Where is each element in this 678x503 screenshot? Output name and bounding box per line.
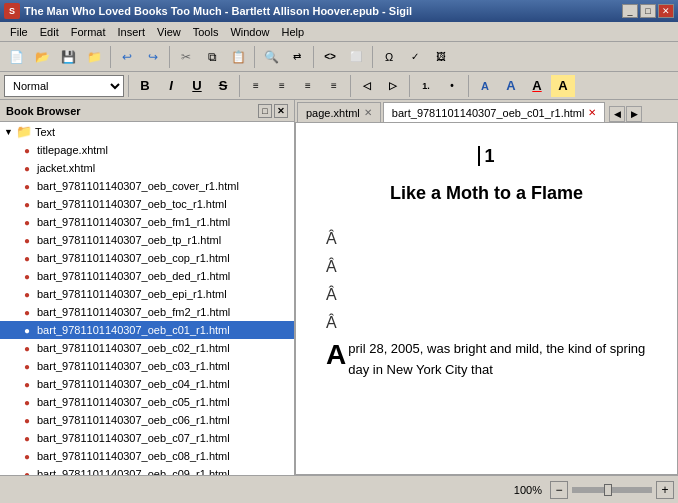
list-item[interactable]: ● bart_9781101140307_oeb_ded_r1.html: [0, 267, 294, 285]
menu-help[interactable]: Help: [276, 24, 311, 40]
list-item[interactable]: ● bart_9781101140307_oeb_c02_r1.html: [0, 339, 294, 357]
special-char-4: Â: [326, 311, 647, 335]
file-icon: ●: [20, 251, 34, 265]
zoom-in-button[interactable]: +: [656, 481, 674, 499]
file-name: bart_9781101140307_oeb_toc_r1.html: [37, 198, 227, 210]
list-item[interactable]: ● titlepage.xhtml: [0, 141, 294, 159]
find-replace-button[interactable]: ⇄: [285, 45, 309, 69]
tab-prev-button[interactable]: ◀: [609, 106, 625, 122]
list-item[interactable]: ● bart_9781101140307_oeb_tp_r1.html: [0, 231, 294, 249]
italic-button[interactable]: I: [159, 75, 183, 97]
file-name: bart_9781101140307_oeb_c01_r1.html: [37, 324, 230, 336]
list-item[interactable]: ● bart_9781101140307_oeb_fm2_r1.html: [0, 303, 294, 321]
list-item[interactable]: ● bart_9781101140307_oeb_toc_r1.html: [0, 195, 294, 213]
list-item[interactable]: ● jacket.xhtml: [0, 159, 294, 177]
tab-c01[interactable]: bart_9781101140307_oeb_c01_r1.html ✕: [383, 102, 606, 122]
increase-indent-button[interactable]: ▷: [381, 75, 405, 97]
toolbar2-separator-5: [468, 75, 469, 97]
tab-close-icon[interactable]: ✕: [588, 107, 596, 118]
menu-file[interactable]: File: [4, 24, 34, 40]
menu-insert[interactable]: Insert: [112, 24, 152, 40]
menu-format[interactable]: Format: [65, 24, 112, 40]
file-icon: ●: [20, 143, 34, 157]
menu-edit[interactable]: Edit: [34, 24, 65, 40]
tab-next-button[interactable]: ▶: [626, 106, 642, 122]
tree-root-folder[interactable]: ▼ 📁 Text: [0, 122, 294, 141]
list-item[interactable]: ● bart_9781101140307_oeb_c07_r1.html: [0, 429, 294, 447]
menu-tools[interactable]: Tools: [187, 24, 225, 40]
find-button[interactable]: 🔍: [259, 45, 283, 69]
align-right-button[interactable]: ≡: [296, 75, 320, 97]
underline-button[interactable]: U: [185, 75, 209, 97]
menu-view[interactable]: View: [151, 24, 187, 40]
file-icon: ●: [20, 449, 34, 463]
list-item[interactable]: ● bart_9781101140307_oeb_c03_r1.html: [0, 357, 294, 375]
align-center-button[interactable]: ≡: [270, 75, 294, 97]
editor-panel: page.xhtml ✕ bart_9781101140307_oeb_c01_…: [295, 100, 678, 475]
file-icon: ●: [20, 323, 34, 337]
file-icon: ●: [20, 431, 34, 445]
list-item[interactable]: ● bart_9781101140307_oeb_c01_r1.html: [0, 321, 294, 339]
list-item[interactable]: ● bart_9781101140307_oeb_fm1_r1.html: [0, 213, 294, 231]
align-justify-button[interactable]: ≡: [322, 75, 346, 97]
copy-button[interactable]: ⧉: [200, 45, 224, 69]
file-name: bart_9781101140307_oeb_fm1_r1.html: [37, 216, 230, 228]
bold-button[interactable]: B: [133, 75, 157, 97]
toolbar-format: Normal Heading 1 Heading 2 Heading 3 B I…: [0, 72, 678, 100]
file-name: bart_9781101140307_oeb_c03_r1.html: [37, 360, 230, 372]
strikethrough-button[interactable]: S: [211, 75, 235, 97]
status-bar: 100% − +: [0, 475, 678, 503]
zoom-thumb[interactable]: [604, 484, 612, 496]
minimize-button[interactable]: _: [622, 4, 638, 18]
redo-button[interactable]: ↪: [141, 45, 165, 69]
file-name: bart_9781101140307_oeb_c08_r1.html: [37, 450, 230, 462]
file-icon: ●: [20, 287, 34, 301]
decrease-font-button[interactable]: A: [473, 75, 497, 97]
list-item[interactable]: ● bart_9781101140307_oeb_c06_r1.html: [0, 411, 294, 429]
unordered-list-button[interactable]: •: [440, 75, 464, 97]
font-color-button[interactable]: A: [525, 75, 549, 97]
maximize-button[interactable]: □: [640, 4, 656, 18]
special-chars-button[interactable]: Ω: [377, 45, 401, 69]
spell-check-button[interactable]: ✓: [403, 45, 427, 69]
list-item[interactable]: ● bart_9781101140307_oeb_cop_r1.html: [0, 249, 294, 267]
decrease-indent-button[interactable]: ◁: [355, 75, 379, 97]
book-browser-panel: Book Browser □ ✕ ▼ 📁 Text ● titlepage.xh…: [0, 100, 295, 475]
ordered-list-button[interactable]: 1.: [414, 75, 438, 97]
browser-close-button[interactable]: ✕: [274, 104, 288, 118]
list-item[interactable]: ● bart_9781101140307_oeb_c05_r1.html: [0, 393, 294, 411]
save-all-button[interactable]: 📁: [82, 45, 106, 69]
highlight-button[interactable]: A: [551, 75, 575, 97]
close-button[interactable]: ✕: [658, 4, 674, 18]
font-size-button[interactable]: A: [499, 75, 523, 97]
image-button[interactable]: 🖼: [429, 45, 453, 69]
editor-content[interactable]: 1 Like a Moth to a Flame Â Â Â Â April 2…: [295, 122, 678, 475]
tree-root-label: Text: [35, 126, 55, 138]
menu-window[interactable]: Window: [224, 24, 275, 40]
cut-button[interactable]: ✂: [174, 45, 198, 69]
zoom-slider[interactable]: [572, 487, 652, 493]
undo-button[interactable]: ↩: [115, 45, 139, 69]
file-name: bart_9781101140307_oeb_c07_r1.html: [37, 432, 230, 444]
list-item[interactable]: ● bart_9781101140307_oeb_epi_r1.html: [0, 285, 294, 303]
list-item[interactable]: ● bart_9781101140307_oeb_c08_r1.html: [0, 447, 294, 465]
tab-close-icon[interactable]: ✕: [364, 107, 372, 118]
align-left-button[interactable]: ≡: [244, 75, 268, 97]
toolbar2-separator-2: [239, 75, 240, 97]
browser-restore-button[interactable]: □: [258, 104, 272, 118]
paste-button[interactable]: 📋: [226, 45, 250, 69]
save-button[interactable]: 💾: [56, 45, 80, 69]
browser-tree[interactable]: ▼ 📁 Text ● titlepage.xhtml ● jacket.xhtm…: [0, 122, 294, 475]
menu-bar: File Edit Format Insert View Tools Windo…: [0, 22, 678, 42]
list-item[interactable]: ● bart_9781101140307_oeb_c09_r1.html: [0, 465, 294, 475]
code-view-button[interactable]: <>: [318, 45, 342, 69]
list-item[interactable]: ● bart_9781101140307_oeb_cover_r1.html: [0, 177, 294, 195]
tab-page-xhtml[interactable]: page.xhtml ✕: [297, 102, 381, 122]
browser-title: Book Browser: [6, 105, 81, 117]
open-button[interactable]: 📂: [30, 45, 54, 69]
style-select[interactable]: Normal Heading 1 Heading 2 Heading 3: [4, 75, 124, 97]
split-view-button[interactable]: ⬜: [344, 45, 368, 69]
zoom-out-button[interactable]: −: [550, 481, 568, 499]
list-item[interactable]: ● bart_9781101140307_oeb_c04_r1.html: [0, 375, 294, 393]
new-button[interactable]: 📄: [4, 45, 28, 69]
